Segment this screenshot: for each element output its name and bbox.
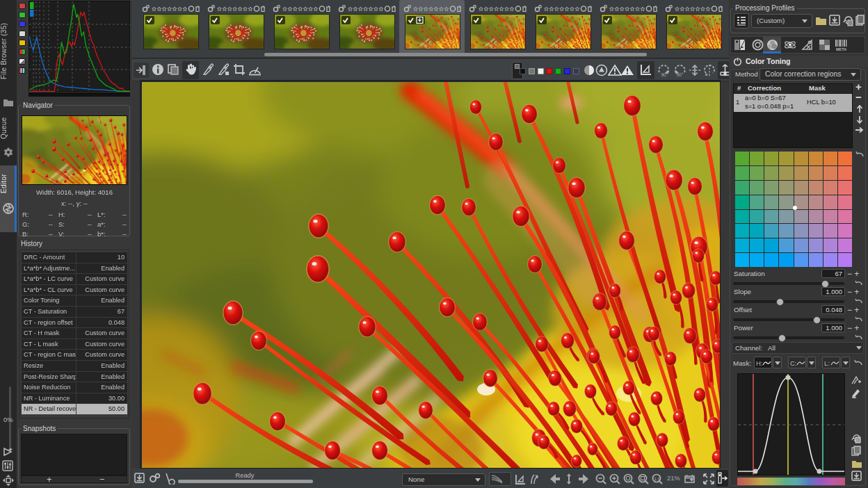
svg-text:1:1: 1:1	[654, 477, 661, 481]
svg-text:90°: 90°	[661, 72, 668, 77]
svg-text:90°: 90°	[677, 72, 684, 77]
svg-text:META: META	[836, 47, 846, 51]
